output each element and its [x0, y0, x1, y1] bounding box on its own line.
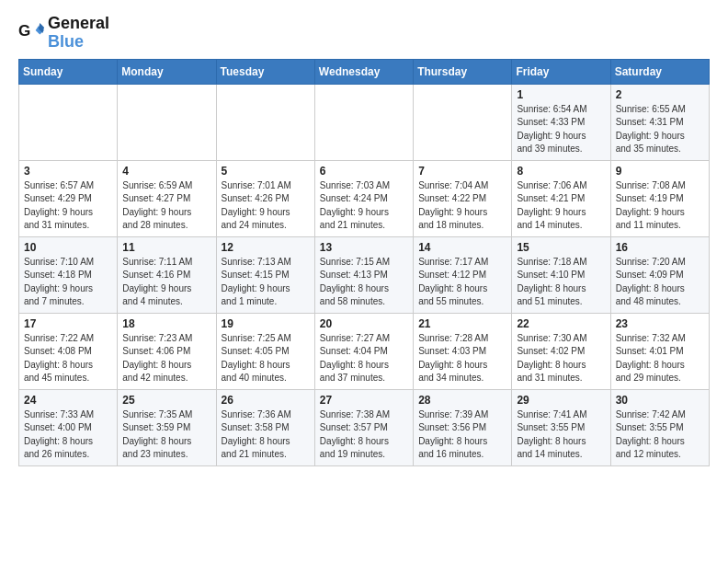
week-row-4: 17Sunrise: 7:22 AM Sunset: 4:08 PM Dayli…: [19, 313, 710, 389]
day-cell: 1Sunrise: 6:54 AM Sunset: 4:33 PM Daylig…: [512, 84, 610, 160]
week-row-5: 24Sunrise: 7:33 AM Sunset: 4:00 PM Dayli…: [19, 389, 710, 465]
day-cell: 12Sunrise: 7:13 AM Sunset: 4:15 PM Dayli…: [216, 236, 314, 313]
header-wednesday: Wednesday: [314, 59, 413, 84]
day-info: Sunrise: 7:32 AM Sunset: 4:01 PM Dayligh…: [616, 332, 704, 385]
day-info: Sunrise: 7:35 AM Sunset: 3:59 PM Dayligh…: [122, 408, 210, 462]
day-cell: [314, 84, 413, 160]
day-cell: [216, 84, 314, 160]
logo-icon: G: [18, 20, 44, 46]
day-cell: 20Sunrise: 7:27 AM Sunset: 4:04 PM Dayli…: [314, 313, 413, 389]
day-info: Sunrise: 7:30 AM Sunset: 4:02 PM Dayligh…: [517, 332, 605, 385]
logo: G General Blue: [18, 15, 109, 52]
day-number: 24: [24, 394, 112, 407]
day-info: Sunrise: 7:06 AM Sunset: 4:21 PM Dayligh…: [517, 179, 605, 233]
day-cell: 22Sunrise: 7:30 AM Sunset: 4:02 PM Dayli…: [512, 313, 610, 389]
header-tuesday: Tuesday: [216, 59, 314, 84]
day-number: 8: [517, 165, 605, 178]
logo-line1: General: [48, 15, 109, 33]
day-number: 3: [24, 165, 112, 178]
day-info: Sunrise: 7:17 AM Sunset: 4:12 PM Dayligh…: [418, 256, 506, 309]
day-info: Sunrise: 7:01 AM Sunset: 4:26 PM Dayligh…: [222, 179, 310, 233]
day-number: 7: [418, 165, 506, 178]
day-number: 20: [320, 317, 408, 330]
day-info: Sunrise: 6:57 AM Sunset: 4:29 PM Dayligh…: [24, 179, 112, 233]
day-info: Sunrise: 7:04 AM Sunset: 4:22 PM Dayligh…: [418, 179, 506, 233]
header-thursday: Thursday: [414, 59, 512, 84]
day-cell: 2Sunrise: 6:55 AM Sunset: 4:31 PM Daylig…: [610, 84, 709, 160]
day-info: Sunrise: 7:22 AM Sunset: 4:08 PM Dayligh…: [24, 332, 112, 385]
calendar-header-row: SundayMondayTuesdayWednesdayThursdayFrid…: [19, 59, 710, 84]
day-number: 4: [122, 165, 210, 178]
day-info: Sunrise: 7:38 AM Sunset: 3:57 PM Dayligh…: [320, 408, 408, 462]
day-number: 22: [517, 317, 605, 330]
day-info: Sunrise: 7:13 AM Sunset: 4:15 PM Dayligh…: [222, 256, 310, 309]
day-cell: 6Sunrise: 7:03 AM Sunset: 4:24 PM Daylig…: [314, 160, 413, 236]
day-number: 6: [320, 165, 408, 178]
day-cell: 30Sunrise: 7:42 AM Sunset: 3:55 PM Dayli…: [610, 389, 709, 465]
day-info: Sunrise: 7:23 AM Sunset: 4:06 PM Dayligh…: [122, 332, 210, 385]
header-saturday: Saturday: [610, 59, 709, 84]
day-cell: 3Sunrise: 6:57 AM Sunset: 4:29 PM Daylig…: [19, 160, 118, 236]
day-cell: [118, 84, 216, 160]
day-info: Sunrise: 7:20 AM Sunset: 4:09 PM Dayligh…: [616, 256, 704, 309]
day-number: 12: [222, 241, 310, 254]
day-info: Sunrise: 7:15 AM Sunset: 4:13 PM Dayligh…: [320, 256, 408, 309]
day-cell: 28Sunrise: 7:39 AM Sunset: 3:56 PM Dayli…: [414, 389, 512, 465]
day-cell: 25Sunrise: 7:35 AM Sunset: 3:59 PM Dayli…: [118, 389, 216, 465]
week-row-2: 3Sunrise: 6:57 AM Sunset: 4:29 PM Daylig…: [19, 160, 710, 236]
day-number: 17: [24, 317, 112, 330]
day-number: 18: [122, 317, 210, 330]
day-cell: 13Sunrise: 7:15 AM Sunset: 4:13 PM Dayli…: [314, 236, 413, 313]
day-cell: 8Sunrise: 7:06 AM Sunset: 4:21 PM Daylig…: [512, 160, 610, 236]
day-cell: 27Sunrise: 7:38 AM Sunset: 3:57 PM Dayli…: [314, 389, 413, 465]
day-number: 29: [517, 394, 605, 407]
day-number: 13: [320, 241, 408, 254]
day-info: Sunrise: 7:36 AM Sunset: 3:58 PM Dayligh…: [222, 408, 310, 462]
day-number: 1: [517, 88, 605, 101]
day-number: 26: [222, 394, 310, 407]
day-number: 2: [616, 88, 704, 101]
day-cell: 5Sunrise: 7:01 AM Sunset: 4:26 PM Daylig…: [216, 160, 314, 236]
day-number: 23: [616, 317, 704, 330]
day-cell: 15Sunrise: 7:18 AM Sunset: 4:10 PM Dayli…: [512, 236, 610, 313]
day-cell: 11Sunrise: 7:11 AM Sunset: 4:16 PM Dayli…: [118, 236, 216, 313]
day-cell: 14Sunrise: 7:17 AM Sunset: 4:12 PM Dayli…: [414, 236, 512, 313]
day-cell: 24Sunrise: 7:33 AM Sunset: 4:00 PM Dayli…: [19, 389, 118, 465]
day-cell: 16Sunrise: 7:20 AM Sunset: 4:09 PM Dayli…: [610, 236, 709, 313]
day-number: 9: [616, 165, 704, 178]
day-info: Sunrise: 7:03 AM Sunset: 4:24 PM Dayligh…: [320, 179, 408, 233]
day-number: 14: [418, 241, 506, 254]
day-cell: 23Sunrise: 7:32 AM Sunset: 4:01 PM Dayli…: [610, 313, 709, 389]
day-info: Sunrise: 7:11 AM Sunset: 4:16 PM Dayligh…: [122, 256, 210, 309]
day-info: Sunrise: 7:33 AM Sunset: 4:00 PM Dayligh…: [24, 408, 112, 462]
header-monday: Monday: [118, 59, 216, 84]
logo-line2: Blue: [48, 33, 109, 52]
day-info: Sunrise: 7:41 AM Sunset: 3:55 PM Dayligh…: [517, 408, 605, 462]
day-number: 27: [320, 394, 408, 407]
day-cell: 10Sunrise: 7:10 AM Sunset: 4:18 PM Dayli…: [19, 236, 118, 313]
day-info: Sunrise: 7:25 AM Sunset: 4:05 PM Dayligh…: [222, 332, 310, 385]
header-friday: Friday: [512, 59, 610, 84]
day-info: Sunrise: 7:18 AM Sunset: 4:10 PM Dayligh…: [517, 256, 605, 309]
day-cell: 26Sunrise: 7:36 AM Sunset: 3:58 PM Dayli…: [216, 389, 314, 465]
day-number: 11: [122, 241, 210, 254]
day-number: 10: [24, 241, 112, 254]
week-row-3: 10Sunrise: 7:10 AM Sunset: 4:18 PM Dayli…: [19, 236, 710, 313]
day-info: Sunrise: 7:10 AM Sunset: 4:18 PM Dayligh…: [24, 256, 112, 309]
page-header: G General Blue: [18, 15, 710, 52]
day-cell: 4Sunrise: 6:59 AM Sunset: 4:27 PM Daylig…: [118, 160, 216, 236]
calendar-table: SundayMondayTuesdayWednesdayThursdayFrid…: [18, 59, 710, 466]
day-number: 15: [517, 241, 605, 254]
day-number: 25: [122, 394, 210, 407]
day-cell: 21Sunrise: 7:28 AM Sunset: 4:03 PM Dayli…: [414, 313, 512, 389]
day-cell: [19, 84, 118, 160]
day-info: Sunrise: 7:08 AM Sunset: 4:19 PM Dayligh…: [616, 179, 704, 233]
day-number: 5: [222, 165, 310, 178]
day-number: 21: [418, 317, 506, 330]
day-info: Sunrise: 7:42 AM Sunset: 3:55 PM Dayligh…: [616, 408, 704, 462]
day-cell: 17Sunrise: 7:22 AM Sunset: 4:08 PM Dayli…: [19, 313, 118, 389]
day-info: Sunrise: 7:28 AM Sunset: 4:03 PM Dayligh…: [418, 332, 506, 385]
day-info: Sunrise: 6:54 AM Sunset: 4:33 PM Dayligh…: [517, 103, 605, 156]
day-info: Sunrise: 7:27 AM Sunset: 4:04 PM Dayligh…: [320, 332, 408, 385]
day-cell: 18Sunrise: 7:23 AM Sunset: 4:06 PM Dayli…: [118, 313, 216, 389]
